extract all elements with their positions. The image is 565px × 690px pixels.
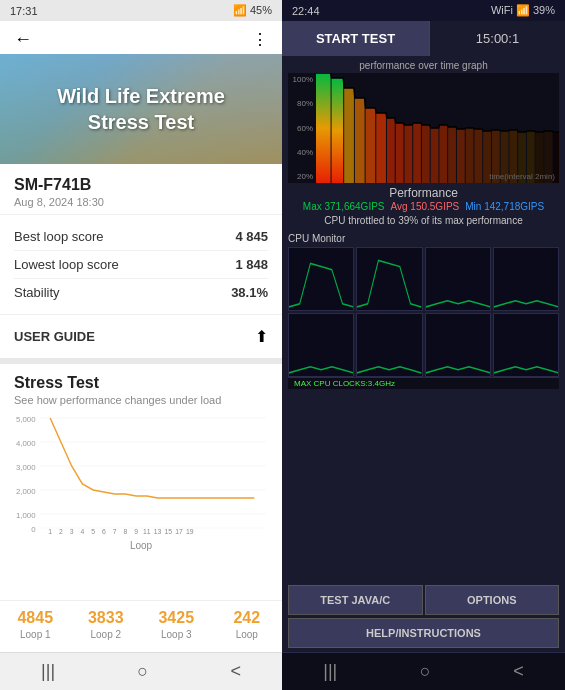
left-status-bar: 17:31 📶 45%: [0, 0, 282, 21]
svg-rect-31: [366, 108, 376, 183]
left-status-icons: 📶 45%: [233, 4, 272, 17]
left-time: 17:31: [10, 5, 38, 17]
stress-chart-svg: 5,000 4,000 3,000 2,000 1,000 0 1 2 3: [14, 414, 268, 534]
options-button[interactable]: OPTIONS: [425, 585, 560, 615]
cpu-cell-1: 1.68GHz: [288, 247, 354, 311]
svg-rect-56: [494, 248, 558, 310]
cpu-cell-2: 1.68GHz: [356, 247, 422, 311]
stats-section: Best loop score 4 845 Lowest loop score …: [0, 215, 282, 315]
cpu-monitor-section: CPU Monitor 1.68GHz 1.68GHz 0.610Hz: [282, 231, 565, 581]
performance-label: Performance: [288, 183, 559, 201]
stress-chart: 5,000 4,000 3,000 2,000 1,000 0 1 2 3: [14, 414, 268, 554]
stat-row-best: Best loop score 4 845: [14, 223, 268, 251]
stability-label: Stability: [14, 285, 60, 300]
lowest-loop-label: Lowest loop score: [14, 257, 119, 272]
svg-text:15: 15: [165, 528, 173, 534]
cpu-chart-7: [426, 314, 490, 376]
right-status-icons: WiFi 📶 39%: [491, 4, 555, 17]
svg-text:9: 9: [134, 528, 138, 534]
loop-score-2: 3833: [71, 609, 142, 627]
svg-rect-28: [332, 78, 344, 183]
svg-rect-32: [376, 113, 386, 183]
svg-text:2: 2: [59, 528, 63, 534]
svg-rect-58: [357, 314, 421, 376]
cpu-chart-4: [494, 248, 558, 310]
cpu-cell-8: 0.610Hz: [493, 313, 559, 377]
svg-text:1: 1: [48, 528, 52, 534]
user-guide-label: USER GUIDE: [14, 329, 95, 344]
svg-text:7: 7: [113, 528, 117, 534]
right-nav-back-icon[interactable]: <: [513, 661, 524, 682]
device-info: SM-F741B Aug 8, 2024 18:30: [0, 164, 282, 215]
user-guide-row[interactable]: USER GUIDE ⬆: [0, 315, 282, 364]
loop-label-3: Loop 3: [141, 629, 212, 640]
loop-item-1: 4845 Loop 1: [0, 609, 71, 640]
perf-graph-title: performance over time graph: [288, 60, 559, 71]
cpu-cell-3: 0.610Hz: [425, 247, 491, 311]
svg-text:6: 6: [102, 528, 106, 534]
loop-label-4: Loop: [212, 629, 283, 640]
svg-text:8: 8: [123, 528, 127, 534]
perf-y-labels: 100% 80% 60% 40% 20%: [288, 73, 316, 183]
right-nav-home-icon[interactable]: ○: [420, 661, 431, 682]
help-btn-row: HELP/INSTRUCTIONS: [282, 618, 565, 652]
gips-avg: Avg 150.5GIPS: [391, 201, 460, 212]
left-panel: 17:31 📶 45% ← ⋮ Wild Life ExtremeStress …: [0, 0, 282, 690]
loop-item-3: 3425 Loop 3: [141, 609, 212, 640]
svg-rect-37: [422, 125, 430, 183]
stress-subtitle: See how performance changes under load: [14, 394, 268, 406]
right-nav-menu-icon[interactable]: |||: [323, 661, 337, 682]
hero-image: Wild Life ExtremeStress Test: [0, 54, 282, 164]
throttle-text: CPU throttled to 39% of its max performa…: [288, 212, 559, 229]
right-time: 22:44: [292, 5, 320, 17]
loop-score-4: 242: [212, 609, 283, 627]
svg-text:19: 19: [186, 528, 194, 534]
gips-max: Max 371,664GIPS: [303, 201, 385, 212]
svg-rect-60: [494, 314, 558, 376]
right-status-bar: 22:44 WiFi 📶 39%: [282, 0, 565, 21]
svg-rect-42: [466, 128, 474, 183]
test-java-button[interactable]: TEST JAVA/C: [288, 585, 423, 615]
nav-home-icon[interactable]: ○: [137, 661, 148, 682]
cpu-chart-8: [494, 314, 558, 376]
svg-rect-34: [396, 123, 404, 183]
loop-label-2: Loop 2: [71, 629, 142, 640]
cpu-cell-6: 0.490Hz: [356, 313, 422, 377]
stat-row-lowest: Lowest loop score 1 848: [14, 251, 268, 279]
chart-x-label: Loop: [14, 540, 268, 551]
loop-item-2: 3833 Loop 2: [71, 609, 142, 640]
svg-rect-59: [426, 314, 490, 376]
help-instructions-button[interactable]: HELP/INSTRUCTIONS: [288, 618, 559, 648]
right-nav-bar: ||| ○ <: [282, 652, 565, 690]
device-name: SM-F741B: [14, 176, 268, 194]
svg-rect-57: [289, 314, 353, 376]
time-interval-label: time(interval 2min): [489, 172, 555, 181]
svg-rect-40: [448, 127, 456, 183]
right-panel: 22:44 WiFi 📶 39% START TEST 15:00:1 perf…: [282, 0, 565, 690]
nav-menu-icon[interactable]: |||: [41, 661, 55, 682]
svg-text:0: 0: [31, 525, 36, 534]
perf-graph-section: performance over time graph 100% 80% 60%…: [282, 56, 565, 231]
cpu-chart-3: [426, 248, 490, 310]
nav-back-icon[interactable]: <: [230, 661, 241, 682]
right-top-bar: START TEST 15:00:1: [282, 21, 565, 56]
start-test-button[interactable]: START TEST: [282, 21, 430, 56]
stability-value: 38.1%: [231, 285, 268, 300]
svg-rect-27: [316, 73, 331, 183]
perf-chart-svg: [316, 73, 559, 183]
best-loop-value: 4 845: [235, 229, 268, 244]
svg-rect-39: [439, 125, 447, 183]
svg-text:13: 13: [154, 528, 162, 534]
cpu-cell-5: 0.610GHz: [288, 313, 354, 377]
back-icon[interactable]: ←: [14, 29, 32, 50]
svg-text:3: 3: [70, 528, 74, 534]
cpu-grid: 1.68GHz 1.68GHz 0.610Hz: [288, 247, 559, 377]
svg-rect-30: [355, 98, 365, 183]
svg-text:11: 11: [143, 528, 151, 534]
cpu-chart-2: [357, 248, 421, 310]
loop-label-1: Loop 1: [0, 629, 71, 640]
gips-min: Min 142,718GIPS: [465, 201, 544, 212]
user-guide-share-icon[interactable]: ⬆: [255, 327, 268, 346]
share-icon[interactable]: ⋮: [252, 30, 268, 49]
loop-item-4: 242 Loop: [212, 609, 283, 640]
